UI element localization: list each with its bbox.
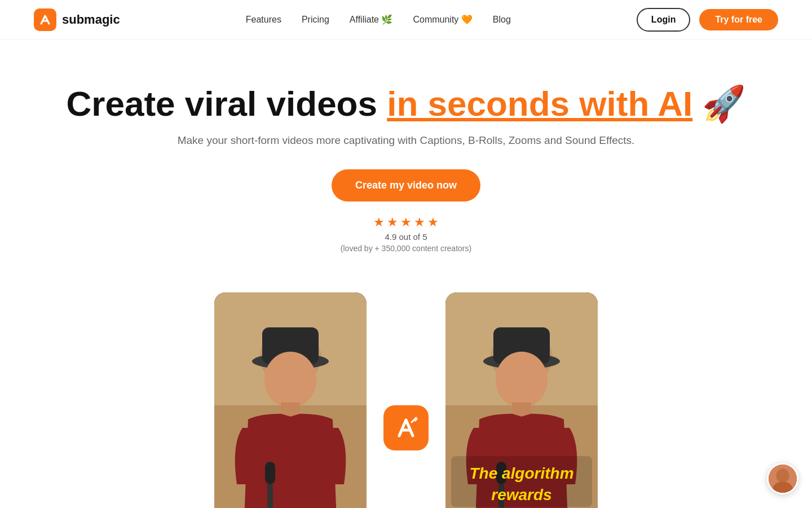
- star-3: ★: [400, 215, 412, 230]
- hero-title: Create viral videos in seconds with AI 🚀: [11, 85, 801, 123]
- svg-rect-8: [267, 484, 273, 508]
- nav-features[interactable]: Features: [246, 15, 281, 24]
- logo-icon: [34, 8, 56, 31]
- video-card-left: BEEF NUTZ: [214, 292, 367, 508]
- submagic-icon: [383, 405, 429, 450]
- video-right-placeholder: BEEF NUTZ The algorithm rewards: [445, 292, 598, 508]
- rating-area: ★ ★ ★ ★ ★ 4.9 out of 5 (loved by + 350,0…: [11, 215, 801, 253]
- video-left-placeholder: BEEF NUTZ: [214, 292, 367, 508]
- star-rating: ★ ★ ★ ★ ★: [373, 215, 439, 230]
- login-button[interactable]: Login: [637, 8, 691, 32]
- video-comparison: BEEF NUTZ: [0, 281, 812, 508]
- rating-score: 4.9 out of 5: [385, 232, 427, 242]
- nav-community[interactable]: Community 🧡: [413, 15, 472, 24]
- svg-point-19: [496, 352, 548, 408]
- nav-links: Features Pricing Affiliate 🌿 Community 🧡…: [246, 14, 511, 25]
- nav-actions: Login Try for free: [637, 8, 778, 32]
- star-1: ★: [373, 215, 385, 230]
- try-free-button[interactable]: Try for free: [699, 9, 778, 30]
- hero-title-accent: in seconds with AI: [387, 84, 692, 123]
- svg-point-30: [776, 468, 789, 483]
- hero-section: Create viral videos in seconds with AI 🚀…: [0, 40, 812, 281]
- logo-link[interactable]: submagic: [34, 8, 120, 31]
- brand-name: submagic: [62, 12, 120, 27]
- nav-pricing[interactable]: Pricing: [302, 15, 329, 24]
- svg-text:rewards: rewards: [491, 486, 551, 503]
- navbar: submagic Features Pricing Affiliate 🌿 Co…: [0, 0, 812, 40]
- star-4: ★: [414, 215, 425, 230]
- svg-rect-7: [265, 462, 275, 484]
- chat-avatar[interactable]: [767, 463, 798, 494]
- nav-affiliate[interactable]: Affiliate 🌿: [350, 15, 393, 24]
- star-2: ★: [387, 215, 398, 230]
- star-5: ★: [427, 215, 439, 230]
- rating-sub: (loved by + 350,000 content creators): [341, 244, 471, 253]
- hero-title-part1: Create viral videos: [67, 84, 387, 123]
- avatar-image: [769, 465, 797, 493]
- create-video-button[interactable]: Create my video now: [332, 169, 480, 202]
- nav-blog[interactable]: Blog: [493, 15, 511, 24]
- hero-subtitle: Make your short-form videos more captiva…: [11, 134, 801, 147]
- svg-text:The algorithm: The algorithm: [469, 465, 573, 482]
- hero-title-emoji: 🚀: [692, 84, 745, 123]
- video-card-right: BEEF NUTZ The algorithm rewards: [445, 292, 598, 508]
- svg-point-5: [264, 352, 316, 408]
